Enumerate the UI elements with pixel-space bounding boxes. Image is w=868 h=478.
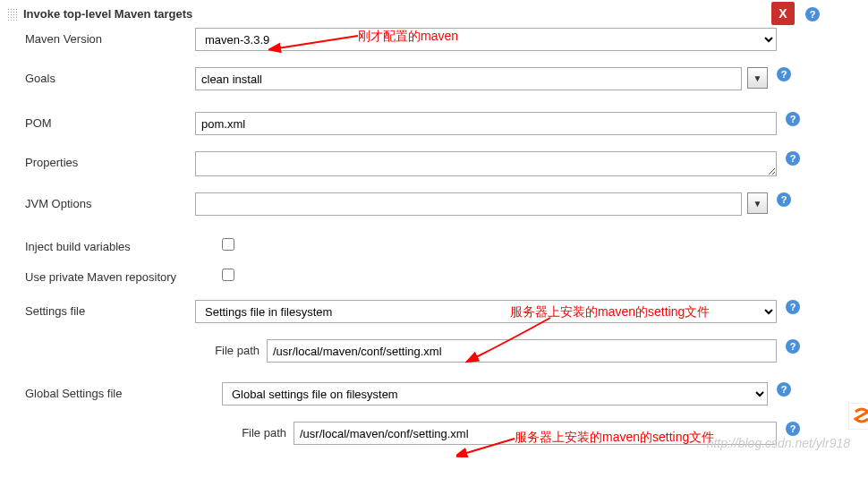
private-repo-checkbox[interactable]	[222, 269, 234, 281]
help-icon[interactable]: ?	[786, 112, 800, 126]
help-icon[interactable]: ?	[786, 422, 800, 436]
watermark-text: http://blog.csdn.net/ylr918	[707, 436, 850, 450]
goals-input[interactable]	[195, 67, 742, 90]
jvm-options-label: JVM Options	[25, 192, 195, 210]
properties-label: Properties	[25, 151, 195, 169]
global-settings-select[interactable]: Global settings file on filesystem	[222, 382, 768, 405]
close-button[interactable]: X	[771, 2, 795, 25]
jvm-options-input[interactable]	[195, 192, 742, 216]
properties-textarea[interactable]	[195, 151, 777, 176]
section-title: Invoke top-level Maven targets	[23, 7, 192, 21]
help-icon[interactable]: ?	[786, 151, 800, 166]
maven-version-select[interactable]: maven-3.3.9	[195, 28, 777, 51]
settings-file-select[interactable]: Settings file in filesystem	[195, 300, 777, 323]
help-icon[interactable]: ?	[786, 300, 800, 314]
global-path-input[interactable]	[294, 422, 777, 445]
section-header: Invoke top-level Maven targets X ?	[7, 4, 868, 28]
maven-version-label: Maven Version	[25, 28, 195, 46]
drag-handle-icon[interactable]	[7, 8, 18, 21]
help-icon[interactable]: ?	[777, 67, 791, 81]
sogou-icon	[848, 403, 868, 430]
pom-input[interactable]	[195, 112, 777, 135]
settings-file-label: Settings file	[25, 300, 195, 318]
global-path-label: File path	[222, 422, 294, 440]
advanced-toggle-button[interactable]: ▼	[747, 67, 768, 89]
goals-label: Goals	[25, 67, 195, 85]
inject-build-label: Inject build variables	[25, 235, 222, 253]
help-icon[interactable]: ?	[805, 7, 820, 21]
help-icon[interactable]: ?	[786, 339, 800, 354]
inject-build-checkbox[interactable]	[222, 238, 234, 251]
settings-path-label: File path	[195, 339, 267, 357]
private-repo-label: Use private Maven repository	[25, 266, 222, 284]
advanced-toggle-button[interactable]: ▼	[747, 192, 768, 214]
help-icon[interactable]: ?	[777, 382, 791, 397]
global-settings-label: Global Settings file	[25, 382, 195, 400]
help-icon[interactable]: ?	[777, 192, 791, 207]
pom-label: POM	[25, 112, 195, 130]
settings-path-input[interactable]	[267, 339, 777, 363]
